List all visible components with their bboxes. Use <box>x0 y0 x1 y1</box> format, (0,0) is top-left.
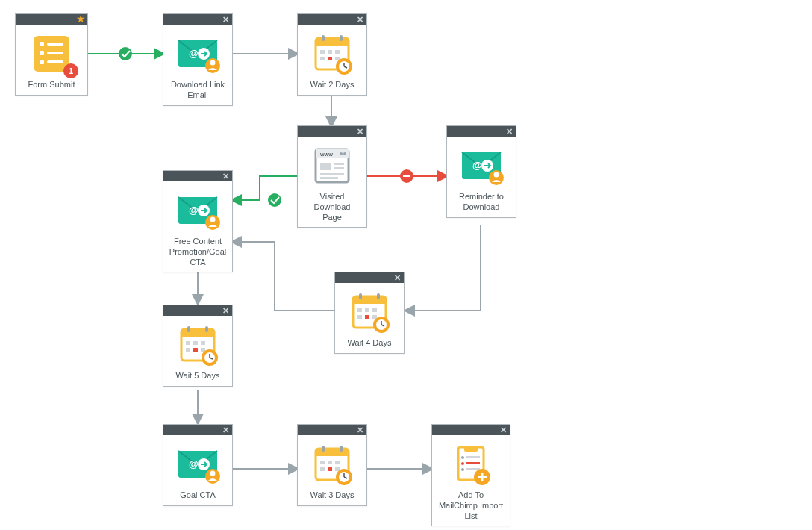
svg-rect-74 <box>187 326 190 332</box>
svg-point-52 <box>494 172 499 178</box>
svg-point-90 <box>210 471 216 476</box>
node-label: Form Submit <box>27 80 77 90</box>
close-icon[interactable]: ✕ <box>222 306 229 315</box>
svg-rect-94 <box>340 446 343 452</box>
form-icon: 1 <box>26 31 77 77</box>
close-icon[interactable]: ✕ <box>506 127 513 136</box>
close-icon[interactable]: ✕ <box>357 425 363 434</box>
webpage-icon: WWW <box>307 143 357 189</box>
close-icon[interactable]: ✕ <box>222 425 229 434</box>
node-label: Reminder to Download <box>452 192 511 213</box>
node-header: ✕ <box>432 425 510 435</box>
svg-rect-46 <box>320 173 344 175</box>
node-label: Wait 4 Days <box>346 338 393 349</box>
svg-rect-97 <box>335 461 340 464</box>
node-wait-4-days[interactable]: ✕ Wait 4 Days <box>334 272 405 354</box>
close-icon[interactable]: ✕ <box>500 425 507 434</box>
svg-text:@: @ <box>189 205 199 216</box>
svg-rect-13 <box>40 42 44 46</box>
node-label: Goal CTA <box>178 490 216 501</box>
node-wait-5-days[interactable]: ✕ Wait 5 Days <box>163 305 233 387</box>
email-icon: @ <box>172 441 223 487</box>
svg-rect-45 <box>334 167 344 169</box>
svg-point-5 <box>400 169 413 183</box>
node-label: Visited Download Page <box>302 192 362 222</box>
svg-rect-77 <box>193 341 198 345</box>
svg-text:@: @ <box>472 160 482 171</box>
node-wait-3-days[interactable]: ✕ Wait 3 Days <box>297 424 367 506</box>
node-header: ✕ <box>163 14 232 25</box>
badge-count: 1 <box>63 63 78 78</box>
svg-rect-76 <box>186 341 190 345</box>
svg-rect-65 <box>357 315 362 319</box>
node-label: Wait 3 Days <box>309 490 356 501</box>
svg-rect-32 <box>328 57 332 60</box>
svg-rect-43 <box>320 163 331 170</box>
svg-rect-100 <box>335 467 340 471</box>
email-icon: @ <box>456 143 507 189</box>
svg-rect-79 <box>186 348 190 352</box>
node-label: Free Content Promotion/Goal CTA <box>168 237 228 267</box>
node-header: ✕ <box>298 14 366 25</box>
svg-rect-15 <box>40 51 44 55</box>
svg-rect-59 <box>353 296 386 304</box>
node-add-to-mailchimp[interactable]: ✕ Add To MailChimp Import List <box>431 424 510 526</box>
node-download-link-email[interactable]: ✕ @ Download Link Email <box>163 13 233 106</box>
svg-rect-62 <box>357 308 362 312</box>
node-header: ✕ <box>298 425 366 435</box>
svg-text:@: @ <box>189 458 199 470</box>
node-free-content-promotion[interactable]: ✕ @ Free Content Promotion/Goal CTA <box>163 170 233 272</box>
close-icon[interactable]: ✕ <box>394 273 401 282</box>
workflow-canvas[interactable]: ★ 1 Form Submit ✕ @ Download Link Email … <box>0 0 812 530</box>
svg-rect-30 <box>335 50 340 54</box>
calendar-clock-icon <box>307 441 357 487</box>
calendar-clock-icon <box>307 31 357 77</box>
svg-rect-106 <box>464 446 478 452</box>
svg-text:@: @ <box>189 48 199 59</box>
node-label: Download Link Email <box>168 80 228 101</box>
svg-rect-25 <box>316 38 349 46</box>
svg-rect-31 <box>320 57 325 60</box>
close-icon[interactable]: ✕ <box>357 127 363 136</box>
list-plus-icon <box>446 441 496 487</box>
connectors <box>0 0 812 530</box>
node-label: Wait 5 Days <box>175 371 222 381</box>
svg-rect-95 <box>320 461 325 464</box>
node-visited-download-page[interactable]: ✕ WWW Visited Download Page <box>297 125 367 228</box>
close-icon[interactable]: ✕ <box>222 172 229 181</box>
svg-point-42 <box>343 152 346 155</box>
svg-rect-67 <box>372 315 377 319</box>
node-goal-cta[interactable]: ✕ @ Goal CTA <box>163 424 233 506</box>
svg-rect-75 <box>205 326 208 332</box>
svg-rect-28 <box>320 50 325 54</box>
close-icon[interactable]: ✕ <box>222 15 229 24</box>
node-label: Add To MailChimp Import List <box>437 490 505 521</box>
svg-point-23 <box>210 60 216 66</box>
svg-rect-96 <box>328 461 332 464</box>
svg-point-41 <box>340 152 343 155</box>
node-header: ✕ <box>163 305 232 316</box>
svg-rect-80 <box>193 348 198 352</box>
node-header: ✕ <box>335 272 404 283</box>
svg-rect-16 <box>47 52 63 54</box>
node-header: ✕ <box>298 126 366 137</box>
close-icon[interactable]: ✕ <box>357 15 363 24</box>
node-wait-2-days[interactable]: ✕ Wait 2 Days <box>297 13 367 96</box>
svg-rect-61 <box>377 293 380 299</box>
node-header: ✕ <box>447 126 516 137</box>
svg-rect-26 <box>322 35 325 41</box>
svg-rect-18 <box>47 60 63 63</box>
email-icon: @ <box>172 31 223 77</box>
svg-point-1 <box>119 47 132 60</box>
node-label: Wait 2 Days <box>309 80 356 90</box>
svg-rect-93 <box>322 446 325 452</box>
node-header: ★ <box>16 14 87 25</box>
star-icon: ★ <box>76 13 86 25</box>
svg-rect-14 <box>47 43 63 46</box>
svg-point-107 <box>461 456 464 459</box>
svg-rect-98 <box>320 467 325 471</box>
svg-rect-73 <box>181 329 214 337</box>
node-form-submit[interactable]: ★ 1 Form Submit <box>15 13 88 96</box>
svg-rect-66 <box>365 315 369 319</box>
node-reminder-to-download[interactable]: ✕ @ Reminder to Download <box>446 125 516 218</box>
